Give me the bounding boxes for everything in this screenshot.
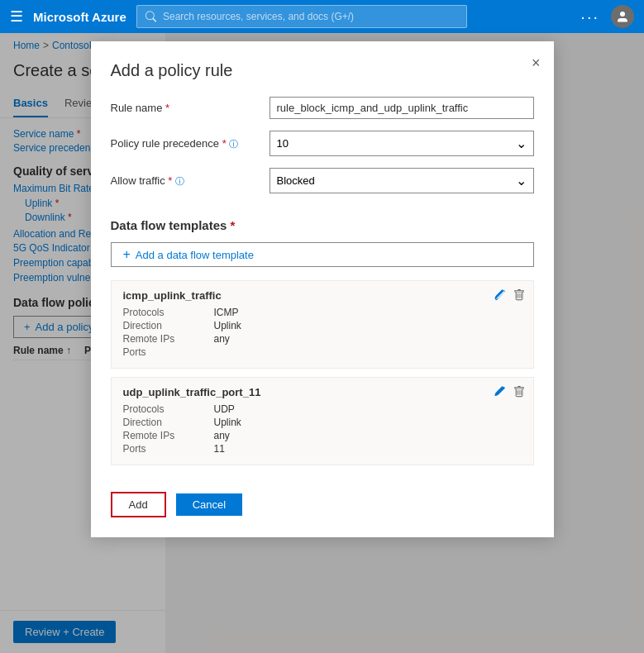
- allow-traffic-label: Allow traffic * ⓘ: [111, 174, 260, 188]
- topbar: ☰ Microsoft Azure ···: [0, 0, 644, 33]
- modal-overlay: Add a policy rule × Rule name * Policy r…: [0, 33, 644, 653]
- add-button[interactable]: Add: [111, 492, 166, 517]
- allow-traffic-row: Allow traffic * ⓘ Blocked ⌄: [111, 168, 534, 193]
- app-title: Microsoft Azure: [33, 10, 126, 24]
- template-1-delete-button[interactable]: [513, 289, 525, 303]
- template-2-delete-button[interactable]: [513, 386, 525, 400]
- modal-footer: Add Cancel: [111, 475, 534, 517]
- data-flow-section-title: Data flow templates *: [111, 218, 534, 232]
- template-2-remote-ips: Remote IPs any: [123, 430, 522, 441]
- avatar[interactable]: [611, 5, 634, 28]
- policy-rule-modal: Add a policy rule × Rule name * Policy r…: [91, 41, 554, 537]
- add-template-button[interactable]: + Add a data flow template: [111, 242, 534, 267]
- modal-close-button[interactable]: ×: [532, 55, 541, 72]
- modal-title: Add a policy rule: [111, 61, 534, 80]
- policy-precedence-select[interactable]: 10 ⌄: [270, 131, 534, 156]
- policy-precedence-info-icon: ⓘ: [229, 139, 238, 149]
- main-layout: Home > ContosoPMN > Create a service Bas…: [0, 33, 644, 653]
- rule-name-row: Rule name *: [111, 97, 534, 119]
- template-2-actions: [494, 386, 525, 400]
- template-2-ports: Ports 11: [123, 443, 522, 455]
- hamburger-icon[interactable]: ☰: [10, 7, 23, 26]
- allow-traffic-select[interactable]: Blocked ⌄: [270, 168, 534, 193]
- cancel-button[interactable]: Cancel: [176, 493, 242, 516]
- template-1-ports: Ports: [123, 346, 522, 358]
- template-2-name: udp_uplink_traffic_port_11: [123, 386, 522, 398]
- topbar-actions: ···: [580, 5, 634, 28]
- add-template-label: Add a data flow template: [136, 249, 254, 261]
- policy-precedence-label: Policy rule precedence * ⓘ: [111, 137, 260, 150]
- template-2-direction: Direction Uplink: [123, 417, 522, 428]
- template-2-edit-button[interactable]: [494, 386, 505, 400]
- rule-name-label: Rule name *: [111, 102, 260, 114]
- template-card-2: udp_uplink_traffic_port_11 Protocols UDP…: [111, 377, 534, 465]
- template-1-remote-ips: Remote IPs any: [123, 333, 522, 345]
- template-1-actions: [494, 289, 525, 303]
- template-1-protocols: Protocols ICMP: [123, 307, 522, 318]
- rule-name-input[interactable]: [270, 97, 534, 119]
- more-options-icon[interactable]: ···: [580, 7, 599, 26]
- chevron-down-icon: ⌄: [516, 136, 527, 151]
- template-2-protocols: Protocols UDP: [123, 403, 522, 415]
- search-input[interactable]: [163, 11, 458, 22]
- search-bar[interactable]: [136, 5, 467, 28]
- search-icon: [145, 11, 156, 22]
- plus-icon-template: +: [123, 247, 131, 262]
- template-card-1: icmp_uplink_traffic Protocols ICMP Direc…: [111, 280, 534, 369]
- allow-traffic-info-icon: ⓘ: [175, 176, 184, 186]
- chevron-down-icon-2: ⌄: [516, 173, 527, 188]
- template-1-edit-button[interactable]: [494, 289, 505, 303]
- template-1-name: icmp_uplink_traffic: [123, 289, 522, 302]
- policy-precedence-row: Policy rule precedence * ⓘ 10 ⌄: [111, 131, 534, 156]
- template-1-direction: Direction Uplink: [123, 320, 522, 331]
